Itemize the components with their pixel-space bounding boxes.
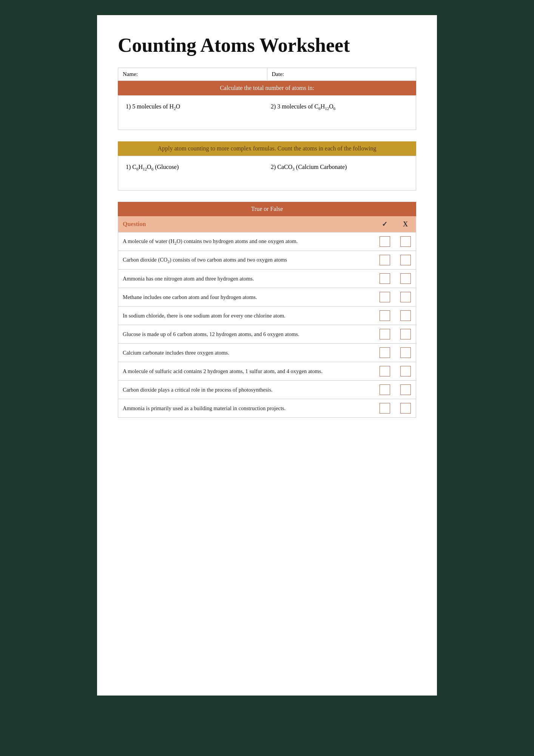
- page-title: Counting Atoms Worksheet: [118, 34, 416, 56]
- tf-row: Calcium carbonate includes three oxygen …: [118, 344, 416, 362]
- tf-row: Glucose is made up of 6 carbon atoms, 12…: [118, 325, 416, 344]
- col-x-label: X: [395, 217, 416, 232]
- true-false-section: True or False Question ✓ X A molecule of…: [118, 202, 416, 418]
- tf-check-box[interactable]: [374, 344, 395, 362]
- section2-header: Apply atom counting to more complex form…: [118, 141, 416, 156]
- tf-row: A molecule of water (H2O) contains two h…: [118, 232, 416, 251]
- tf-x-box[interactable]: [395, 288, 416, 306]
- tf-question-text: Calcium carbonate includes three oxygen …: [118, 346, 374, 360]
- tf-row: Carbon dioxide (CO2) consists of two car…: [118, 251, 416, 270]
- tf-x-box[interactable]: [395, 307, 416, 325]
- tf-check-box[interactable]: [374, 381, 395, 399]
- tf-x-box[interactable]: [395, 270, 416, 288]
- tf-x-box[interactable]: [395, 399, 416, 417]
- tf-question-text: Methane includes one carbon atom and fou…: [118, 290, 374, 304]
- problem-2: 2) 3 molecules of C6H12O6: [271, 103, 408, 111]
- col-check-label: ✓: [374, 216, 395, 232]
- tf-x-box[interactable]: [395, 381, 416, 399]
- tf-question-text: Ammonia is primarily used as a building …: [118, 401, 374, 415]
- tf-row: Methane includes one carbon atom and fou…: [118, 288, 416, 307]
- name-label: Name:: [123, 71, 138, 77]
- tf-row: A molecule of sulfuric acid contains 2 h…: [118, 362, 416, 381]
- tf-column-labels: Question ✓ X: [118, 216, 416, 232]
- worksheet-page: Counting Atoms Worksheet Name: Date: Cal…: [97, 15, 437, 696]
- tf-check-box[interactable]: [374, 288, 395, 306]
- tf-question-text: In sodium chloride, there is one sodium …: [118, 309, 374, 323]
- tf-question-text: A molecule of sulfuric acid contains 2 h…: [118, 364, 374, 378]
- problem-1: 1) 5 molecules of H2O: [126, 103, 263, 111]
- name-date-row: Name: Date:: [118, 68, 416, 81]
- tf-check-box[interactable]: [374, 307, 395, 325]
- tf-x-box[interactable]: [395, 325, 416, 343]
- tf-check-box[interactable]: [374, 270, 395, 288]
- problem-glucose: 1) C6H12O6 (Glucose): [126, 164, 263, 171]
- tf-check-box[interactable]: [374, 325, 395, 343]
- tf-question-text: Carbon dioxide plays a critical role in …: [118, 383, 374, 397]
- tf-header: True or False: [118, 202, 416, 216]
- tf-row: Ammonia has one nitrogen atom and three …: [118, 270, 416, 288]
- tf-question-text: Glucose is made up of 6 carbon atoms, 12…: [118, 327, 374, 341]
- section1-header: Calculate the total number of atoms in:: [118, 81, 416, 95]
- tf-check-box[interactable]: [374, 251, 395, 269]
- tf-check-box[interactable]: [374, 399, 395, 417]
- date-label: Date:: [272, 71, 284, 77]
- tf-check-box[interactable]: [374, 232, 395, 251]
- tf-row: Carbon dioxide plays a critical role in …: [118, 381, 416, 399]
- tf-check-box[interactable]: [374, 362, 395, 380]
- tf-question-text: Carbon dioxide (CO2) consists of two car…: [118, 253, 374, 268]
- section1-problems: 1) 5 molecules of H2O 2) 3 molecules of …: [118, 95, 416, 130]
- tf-row: Ammonia is primarily used as a building …: [118, 399, 416, 418]
- tf-x-box[interactable]: [395, 362, 416, 380]
- section2-problems: 1) C6H12O6 (Glucose) 2) CaCO3 (Calcium C…: [118, 156, 416, 191]
- date-field[interactable]: Date:: [267, 68, 416, 81]
- problem-calcium-carbonate: 2) CaCO3 (Calcium Carbonate): [271, 164, 408, 171]
- tf-row: In sodium chloride, there is one sodium …: [118, 307, 416, 325]
- tf-question-text: A molecule of water (H2O) contains two h…: [118, 234, 374, 249]
- tf-x-box[interactable]: [395, 344, 416, 362]
- col-question-label: Question: [118, 217, 374, 231]
- name-field[interactable]: Name:: [118, 68, 267, 81]
- tf-question-text: Ammonia has one nitrogen atom and three …: [118, 272, 374, 286]
- tf-x-box[interactable]: [395, 251, 416, 269]
- tf-x-box[interactable]: [395, 232, 416, 251]
